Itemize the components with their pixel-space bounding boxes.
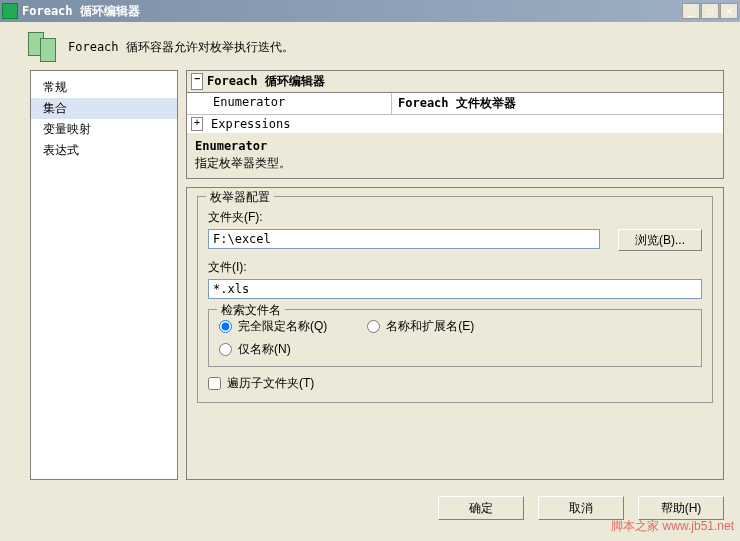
minimize-button[interactable]: _: [682, 3, 700, 19]
radio-name-only-input[interactable]: [219, 343, 232, 356]
property-description: Enumerator 指定枚举器类型。: [187, 133, 723, 178]
radio-name-ext[interactable]: 名称和扩展名(E): [367, 318, 474, 335]
maximize-button[interactable]: □: [701, 3, 719, 19]
property-desc-text: 指定枚举器类型。: [195, 155, 715, 172]
sidebar-item-expression[interactable]: 表达式: [31, 140, 177, 161]
property-row-enumerator[interactable]: Enumerator Foreach 文件枚举器: [187, 93, 723, 115]
property-desc-title: Enumerator: [195, 139, 715, 153]
ok-button[interactable]: 确定: [438, 496, 524, 520]
config-panel: 枚举器配置 文件夹(F): 浏览(B)... 文件(I): 检索文件名 完全限定…: [186, 187, 724, 480]
button-bar: 确定 取消 帮助(H): [0, 490, 740, 520]
close-button[interactable]: ✕: [720, 3, 738, 19]
files-label: 文件(I):: [208, 259, 702, 276]
app-icon: [2, 3, 18, 19]
foreach-icon: [26, 32, 56, 62]
sidebar-item-collection[interactable]: 集合: [31, 98, 177, 119]
header-area: Foreach 循环容器允许对枚举执行迭代。: [0, 22, 740, 70]
radio-fully-qualified-input[interactable]: [219, 320, 232, 333]
traverse-checkbox-input[interactable]: [208, 377, 221, 390]
property-value: Foreach 文件枚举器: [392, 93, 723, 114]
files-input[interactable]: [208, 279, 702, 299]
enumerator-config-fieldset: 枚举器配置 文件夹(F): 浏览(B)... 文件(I): 检索文件名 完全限定…: [197, 196, 713, 403]
radio-name-only[interactable]: 仅名称(N): [219, 341, 691, 358]
retrieve-legend: 检索文件名: [217, 302, 285, 319]
property-label: Expressions: [211, 117, 290, 131]
sidebar-item-general[interactable]: 常规: [31, 77, 177, 98]
traverse-subfolders-checkbox[interactable]: 遍历子文件夹(T): [208, 375, 702, 392]
property-label: Enumerator: [187, 93, 392, 114]
sidebar: 常规 集合 变量映射 表达式: [30, 70, 178, 480]
main-panel: − Foreach 循环编辑器 Enumerator Foreach 文件枚举器…: [186, 70, 724, 480]
property-grid-header[interactable]: − Foreach 循环编辑器: [187, 71, 723, 93]
window-controls: _ □ ✕: [682, 3, 738, 19]
property-grid: − Foreach 循环编辑器 Enumerator Foreach 文件枚举器…: [186, 70, 724, 179]
radio-name-ext-input[interactable]: [367, 320, 380, 333]
folder-input[interactable]: [208, 229, 600, 249]
browse-button[interactable]: 浏览(B)...: [618, 229, 702, 251]
sidebar-item-variable-mapping[interactable]: 变量映射: [31, 119, 177, 140]
collapse-icon[interactable]: −: [191, 73, 203, 90]
header-description: Foreach 循环容器允许对枚举执行迭代。: [68, 39, 294, 56]
window-title: Foreach 循环编辑器: [22, 3, 682, 20]
property-grid-title: Foreach 循环编辑器: [207, 73, 325, 90]
watermark: 脚本之家 www.jb51.net: [611, 518, 734, 535]
cancel-button[interactable]: 取消: [538, 496, 624, 520]
enumerator-config-legend: 枚举器配置: [206, 189, 274, 206]
titlebar: Foreach 循环编辑器 _ □ ✕: [0, 0, 740, 22]
folder-label: 文件夹(F):: [208, 209, 702, 226]
property-row-expressions[interactable]: + Expressions: [187, 115, 723, 133]
expand-icon[interactable]: +: [191, 117, 203, 131]
content-area: 常规 集合 变量映射 表达式 − Foreach 循环编辑器 Enumerato…: [0, 70, 740, 490]
retrieve-filename-fieldset: 检索文件名 完全限定名称(Q) 名称和扩展名(E) 仅名称(N): [208, 309, 702, 367]
help-button[interactable]: 帮助(H): [638, 496, 724, 520]
radio-fully-qualified[interactable]: 完全限定名称(Q): [219, 318, 327, 335]
